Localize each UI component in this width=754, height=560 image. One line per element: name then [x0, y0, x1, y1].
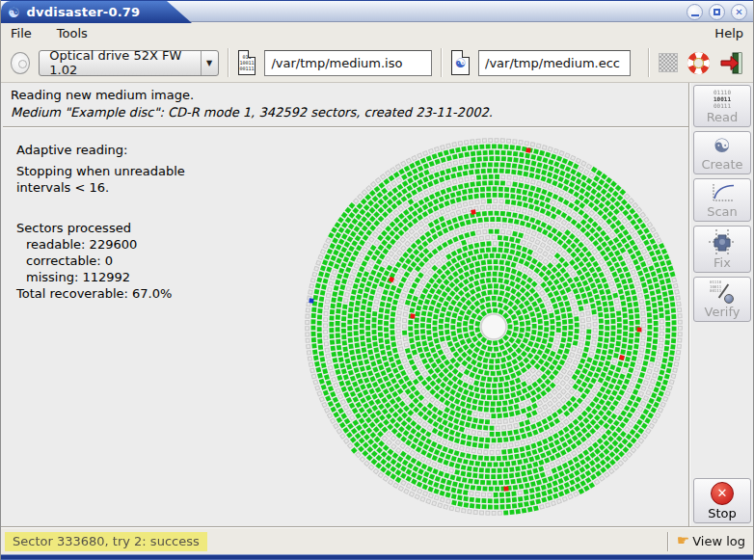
- adaptive-reading-heading: Adaptive reading:: [16, 143, 127, 157]
- close-button[interactable]: ✕: [731, 4, 747, 20]
- stop-button-label: Stop: [708, 506, 737, 520]
- yin-yang-icon: ☯: [455, 57, 467, 69]
- stat-missing: missing: 112992: [26, 270, 130, 284]
- toolbar-separator: [441, 48, 443, 77]
- fix-button-label: Fix: [714, 255, 731, 270]
- close-icon: ✕: [735, 8, 742, 17]
- window-bottom-border: [1, 554, 753, 560]
- drive-select-value: Optical drive 52X FW 1.02: [40, 48, 200, 77]
- verify-button-label: Verify: [705, 305, 741, 319]
- yin-yang-icon: ☯: [8, 6, 20, 19]
- maximize-button[interactable]: [709, 4, 725, 20]
- scan-button-label: Scan: [707, 204, 738, 219]
- statusbar-separator: [667, 532, 669, 551]
- window-title: dvdisaster-0.79: [27, 5, 141, 19]
- action-sidebar: 01110 10011 00111 Read ☯ Create Scan: [691, 83, 753, 527]
- stat-correctable: correctable: 0: [26, 253, 113, 268]
- curve-plot-icon: [709, 182, 736, 203]
- minimize-icon: [691, 14, 699, 16]
- menu-file[interactable]: File: [11, 26, 32, 40]
- status-line-action: Reading new medium image.: [11, 88, 194, 102]
- app-window: ☯ dvdisaster-0.79 ✕ File Tools Help Opti…: [0, 0, 754, 560]
- main-panel: Reading new medium image. Medium "Exampl…: [3, 83, 688, 527]
- content-area: Reading new medium image. Medium "Exampl…: [1, 83, 753, 527]
- stat-total-recoverable: Total recoverable: 67.0%: [16, 286, 172, 301]
- toolbar-separator: [228, 48, 229, 77]
- read-button: 01110 10011 00111 Read: [693, 85, 751, 127]
- lifebuoy-icon: [687, 51, 711, 75]
- stopping-note-line1: Stopping when unreadable: [16, 164, 185, 178]
- title-tab: ☯ dvdisaster-0.79: [1, 1, 167, 23]
- stop-x-icon: ✕: [711, 482, 734, 505]
- create-button: ☯ Create: [693, 131, 751, 174]
- exit-door-icon: [719, 51, 743, 75]
- menu-bar: File Tools Help: [1, 23, 753, 43]
- view-log-button[interactable]: ☛ View log: [677, 534, 745, 548]
- title-tab-slope: [167, 1, 192, 23]
- drive-select[interactable]: Optical drive 52X FW 1.02 ▼: [39, 50, 218, 76]
- maximize-icon: [714, 9, 720, 15]
- view-log-label: View log: [692, 534, 745, 548]
- help-button[interactable]: [687, 51, 711, 75]
- status-bar: Sector 333680, try 2: success ☛ View log: [1, 527, 753, 554]
- binary-read-icon: 01110 10011 00111: [714, 89, 731, 109]
- preferences-icon: [659, 53, 678, 72]
- vertical-separator: [688, 83, 690, 527]
- minimize-button[interactable]: [687, 4, 703, 20]
- create-button-label: Create: [701, 157, 742, 172]
- iso-file-input[interactable]: [264, 50, 432, 76]
- sectors-processed-heading: Sectors processed: [16, 221, 131, 235]
- toolbar-separator: [648, 48, 650, 77]
- yin-yang-create-icon: ☯: [714, 135, 731, 156]
- binary-slash-ball-icon: 01110 10011 00111: [710, 280, 735, 304]
- preferences-button: [659, 53, 678, 72]
- toolbar: Optical drive 52X FW 1.02 ▼ 011 10011 00…: [1, 43, 753, 83]
- menu-tools[interactable]: Tools: [57, 26, 88, 40]
- stat-readable: readable: 229600: [26, 237, 137, 252]
- scan-button: Scan: [693, 178, 751, 222]
- read-button-label: Read: [707, 110, 739, 124]
- stopping-note-line2: intervals < 16.: [16, 180, 109, 195]
- title-bar[interactable]: ☯ dvdisaster-0.79 ✕: [1, 0, 753, 22]
- status-line-medium: Medium "Example disc": CD-R mode 1, 3425…: [11, 105, 493, 120]
- iso-file-icon: 011 10011 00111: [238, 50, 256, 75]
- pointing-hand-icon: ☛: [677, 534, 689, 548]
- fix-button: Fix: [693, 226, 751, 273]
- status-message: Sector 333680, try 2: success: [5, 532, 207, 551]
- ecc-file-input[interactable]: [478, 50, 631, 76]
- puzzle-crosshair-icon: [709, 229, 736, 254]
- optical-disc-icon: [11, 52, 30, 74]
- verify-button: 01110 10011 00111 Verify: [693, 277, 751, 322]
- chevron-down-icon[interactable]: ▼: [202, 59, 218, 67]
- menu-help[interactable]: Help: [714, 26, 743, 40]
- quit-button[interactable]: [719, 51, 743, 75]
- ecc-file-icon: ☯: [451, 50, 470, 75]
- stop-button[interactable]: ✕ Stop: [693, 478, 751, 523]
- disc-sector-map: [292, 125, 693, 526]
